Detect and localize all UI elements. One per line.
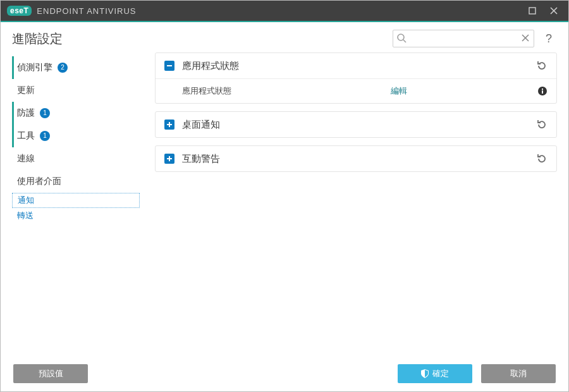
panel-body: 應用程式狀態 編輯 — [156, 78, 556, 103]
titlebar: eseT ENDPOINT ANTIVIRUS — [1, 1, 568, 21]
svg-rect-10 — [542, 89, 543, 90]
button-label: 取消 — [510, 368, 527, 379]
brand-pill: eseT — [7, 6, 32, 16]
panel-header[interactable]: 桌面通知 — [156, 112, 556, 137]
edit-link[interactable]: 編輯 — [391, 85, 407, 97]
row-label: 應用程式狀態 — [182, 85, 391, 97]
undo-icon — [536, 60, 548, 71]
svg-rect-9 — [542, 90, 543, 94]
window-maximize-button[interactable] — [522, 2, 543, 20]
search-field-wrap — [393, 30, 534, 47]
sidebar-item-label: 防護 — [17, 107, 35, 119]
svg-rect-0 — [529, 8, 535, 14]
panel-header[interactable]: 互動警告 — [156, 146, 556, 171]
square-icon — [529, 7, 536, 15]
shield-icon — [421, 369, 429, 378]
expand-icon — [164, 119, 174, 130]
page-title: 進階設定 — [12, 30, 63, 47]
svg-rect-14 — [169, 156, 170, 161]
panel-app-status: 應用程式狀態 應用程式狀態 編輯 — [155, 52, 557, 104]
close-icon — [550, 7, 558, 15]
collapse-icon — [164, 61, 174, 71]
search-icon — [396, 33, 407, 43]
sidebar-item-detection-engine[interactable]: 偵測引擎 2 — [12, 56, 140, 79]
header: 進階設定 ? — [1, 22, 568, 52]
reset-button[interactable] — [536, 60, 548, 71]
svg-point-3 — [398, 34, 404, 40]
panel-title: 應用程式狀態 — [182, 60, 536, 72]
undo-icon — [536, 119, 548, 130]
undo-icon — [536, 153, 548, 164]
sidebar-badge: 2 — [58, 63, 68, 73]
cancel-button[interactable]: 取消 — [481, 364, 556, 383]
panel-title: 桌面通知 — [182, 119, 536, 131]
sidebar: 偵測引擎 2 更新 防護 1 工具 1 連線 使用者介面 通知 轉送 — [12, 52, 140, 356]
reset-button[interactable] — [536, 119, 548, 130]
svg-rect-12 — [169, 122, 170, 127]
button-label: 預設值 — [39, 368, 63, 379]
footer: 預設值 確定 取消 — [1, 356, 568, 391]
sidebar-item-update[interactable]: 更新 — [12, 79, 140, 102]
sidebar-item-connection[interactable]: 連線 — [12, 147, 140, 170]
panel-title: 互動警告 — [182, 153, 536, 165]
brand-logo: eseT ENDPOINT ANTIVIRUS — [7, 6, 137, 16]
info-button[interactable] — [537, 86, 548, 96]
sidebar-badge: 1 — [40, 131, 50, 141]
ok-button[interactable]: 確定 — [398, 364, 472, 383]
sidebar-item-tools[interactable]: 工具 1 — [12, 125, 140, 147]
expand-icon — [164, 154, 174, 164]
info-icon — [537, 86, 548, 96]
panel-header[interactable]: 應用程式狀態 — [156, 53, 556, 78]
brand-text: ENDPOINT ANTIVIRUS — [37, 6, 136, 16]
setting-row-app-status: 應用程式狀態 編輯 — [156, 79, 556, 103]
sidebar-badge: 1 — [40, 108, 50, 118]
sidebar-item-label: 連線 — [17, 153, 35, 164]
sidebar-item-label: 使用者介面 — [17, 176, 61, 187]
sidebar-item-label: 偵測引擎 — [17, 62, 52, 73]
defaults-button[interactable]: 預設值 — [13, 364, 88, 383]
close-icon — [520, 33, 530, 43]
sidebar-item-label: 更新 — [17, 85, 35, 96]
sidebar-item-protection[interactable]: 防護 1 — [12, 102, 140, 125]
sidebar-item-label: 工具 — [17, 130, 35, 142]
reset-button[interactable] — [536, 153, 548, 164]
help-button[interactable]: ? — [541, 32, 557, 46]
panel-desktop-notifications: 桌面通知 — [155, 111, 557, 138]
svg-rect-7 — [167, 65, 172, 66]
panel-interactive-alerts: 互動警告 — [155, 145, 557, 172]
sidebar-sub-label: 轉送 — [17, 210, 34, 221]
sidebar-item-ui[interactable]: 使用者介面 — [12, 170, 140, 193]
main-content: 應用程式狀態 應用程式狀態 編輯 — [140, 52, 557, 356]
sidebar-sub-forward[interactable]: 轉送 — [12, 208, 140, 223]
search-input[interactable] — [393, 30, 534, 47]
window-close-button[interactable] — [543, 2, 565, 20]
button-label: 確定 — [432, 368, 449, 379]
sidebar-sub-notifications[interactable]: 通知 — [12, 193, 140, 208]
body: 偵測引擎 2 更新 防護 1 工具 1 連線 使用者介面 通知 轉送 — [1, 52, 568, 356]
clear-search-button[interactable] — [520, 33, 530, 43]
svg-line-4 — [403, 40, 406, 42]
sidebar-sub-label: 通知 — [18, 195, 34, 206]
